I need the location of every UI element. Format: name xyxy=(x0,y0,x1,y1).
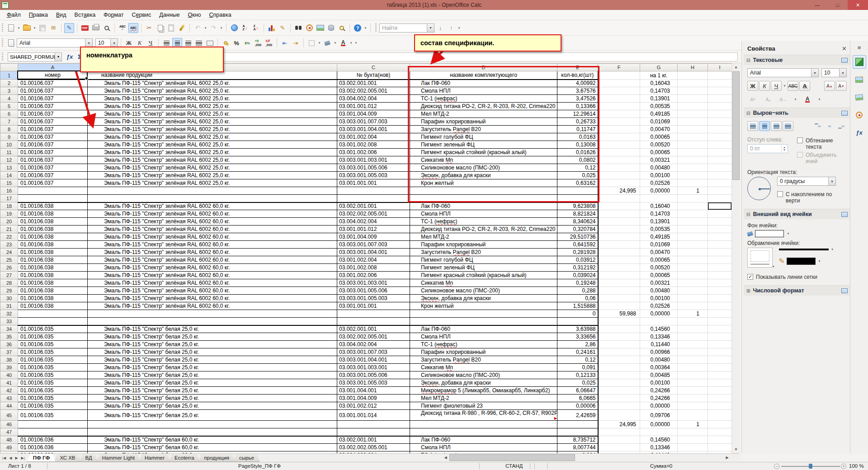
cell-I43[interactable] xyxy=(708,395,732,402)
cell-G44[interactable]: 0,00000 xyxy=(640,402,678,410)
cell-H34[interactable] xyxy=(678,325,708,333)
border-line-style-dropdown-icon[interactable]: ▾ xyxy=(830,248,835,251)
search-up-icon[interactable]: ↑ xyxy=(446,23,456,33)
row-header-7[interactable]: 7 xyxy=(0,118,18,126)
cell-A30[interactable]: 01.00106.038 xyxy=(18,295,88,302)
cell-D12[interactable]: Сиккатив Mn xyxy=(410,156,557,164)
cell-C23[interactable]: 03.003.001.007.003 xyxy=(337,241,410,249)
cell-C9[interactable]: 03.001.002.004 xyxy=(337,133,410,141)
cell-F37[interactable] xyxy=(598,348,640,356)
search-down-icon[interactable]: ↓ xyxy=(435,23,445,33)
cell-G8[interactable]: 0,00470 xyxy=(640,126,678,133)
subscript-icon[interactable]: Aₐ xyxy=(763,94,774,104)
sidebar-styles-tab[interactable]: ✦ xyxy=(853,73,866,86)
cell-C4[interactable]: 03.004.002.004 xyxy=(337,95,410,103)
cell-E9[interactable]: 0,0163 xyxy=(557,133,598,141)
cell-background-swatch[interactable] xyxy=(755,230,784,237)
cell-E13[interactable]: 0,12 xyxy=(557,164,598,172)
cell-D11[interactable]: Пигмент красный стойкий (красный алый) xyxy=(410,149,557,156)
zoom-level[interactable]: 100 % xyxy=(849,463,864,469)
cell-D38[interactable]: Загуститель Pangel B20 xyxy=(410,356,557,364)
cell-E11[interactable]: 0,01626 xyxy=(557,149,598,156)
cell-G38[interactable]: 0,00480 xyxy=(640,356,678,364)
cell-C41[interactable]: 03.003.001.005.003 xyxy=(337,379,410,387)
find-overflow-icon[interactable]: ▾ xyxy=(457,26,461,30)
font-name-combo[interactable]: Arial▾ xyxy=(17,38,93,47)
cell-E37[interactable]: 0,24161 xyxy=(557,348,598,356)
cell-E6[interactable]: 12,29614 xyxy=(557,110,598,118)
row-header-13[interactable]: 13 xyxy=(0,164,18,172)
scroll-down-icon[interactable]: ▼ xyxy=(732,446,740,453)
export-pdf-icon[interactable]: PDF xyxy=(80,23,90,33)
col-header-C[interactable]: C xyxy=(337,64,410,71)
cell-C47[interactable] xyxy=(337,428,410,436)
cell-H5[interactable] xyxy=(678,103,708,110)
cell-C11[interactable]: 03.001.002.006 xyxy=(337,149,410,156)
borders-icon[interactable] xyxy=(307,38,316,48)
cell-G18[interactable]: 0,16040 xyxy=(640,202,678,210)
row-header-36[interactable]: 36 xyxy=(0,341,18,348)
edit-file-icon[interactable]: ✎ xyxy=(64,23,74,33)
cell-F23[interactable] xyxy=(598,241,640,249)
cell-A11[interactable]: 01.00106.037 xyxy=(18,149,88,156)
cell-E28[interactable]: 0,19248 xyxy=(557,279,598,287)
align-bottom-icon[interactable]: ▁═ xyxy=(836,121,847,131)
cell-G3[interactable]: 0,14703 xyxy=(640,87,678,95)
cell-C33[interactable] xyxy=(337,318,410,325)
cell-H37[interactable] xyxy=(678,348,708,356)
cell-D34[interactable]: Лак ПФ-060 xyxy=(410,325,557,333)
cell-F35[interactable] xyxy=(598,333,640,341)
sidebar-underline-dropdown-icon[interactable]: ▾ xyxy=(783,84,787,88)
menu-Справка[interactable]: Справка xyxy=(205,10,236,19)
cell-C7[interactable]: 03.003.001.007.003 xyxy=(337,118,410,126)
cell-F6[interactable] xyxy=(598,110,640,118)
cell-C8[interactable]: 03.003.001.004.001 xyxy=(337,126,410,133)
cell-A46[interactable] xyxy=(18,421,88,428)
cell-H30[interactable] xyxy=(678,295,708,302)
cell-B27[interactable]: Эмаль ПФ-115 "Спектр" зелёная RAL 6002 6… xyxy=(88,272,337,279)
row-header-41[interactable]: 41 xyxy=(0,379,18,387)
col-header-I[interactable]: I xyxy=(708,64,732,71)
cell-D28[interactable]: Сиккатив Mn xyxy=(410,279,557,287)
cell-E33[interactable] xyxy=(557,318,598,325)
cell-F47[interactable] xyxy=(598,428,640,436)
cell-C48[interactable]: 03.002.001.001 xyxy=(337,436,410,444)
row-header-20[interactable]: 20 xyxy=(0,218,18,226)
cell-E41[interactable]: 0,025 xyxy=(557,379,598,387)
cell-H47[interactable] xyxy=(678,428,708,436)
cell-B32[interactable] xyxy=(88,310,337,318)
background-color-icon[interactable] xyxy=(322,38,332,48)
cell-G23[interactable]: 0,01069 xyxy=(640,241,678,249)
cell-D32[interactable] xyxy=(410,310,557,318)
sidebar-functions-tab[interactable]: ƒx xyxy=(853,126,866,139)
cell-F18[interactable] xyxy=(598,202,640,210)
cell-D43[interactable]: Мел МТД-2 xyxy=(410,395,557,402)
add-decimal-icon[interactable]: +0,000 xyxy=(253,38,263,48)
col-header-F[interactable]: F xyxy=(598,64,640,71)
sidebar-font-name-combo[interactable]: Arial▾ xyxy=(747,68,819,77)
row-header-29[interactable]: 29 xyxy=(0,287,18,295)
cell-E16[interactable] xyxy=(557,187,598,195)
cell-E47[interactable] xyxy=(557,428,598,436)
zoom-icon[interactable] xyxy=(337,23,347,33)
toolbar-grip[interactable] xyxy=(2,24,3,33)
menu-Правка[interactable]: Правка xyxy=(25,10,52,19)
cell-H19[interactable] xyxy=(678,210,708,218)
cell-G45[interactable]: 0,09706 xyxy=(640,410,678,421)
cell-G39[interactable]: 0,00364 xyxy=(640,364,678,371)
find-input[interactable]: Найти▾ xyxy=(379,24,434,33)
cell-A9[interactable]: 01.00106.037 xyxy=(18,133,88,141)
cell-I6[interactable] xyxy=(708,110,732,118)
cell-E32[interactable]: 0 xyxy=(557,310,598,318)
cell-I38[interactable] xyxy=(708,356,732,364)
superscript-icon[interactable]: Aª xyxy=(747,94,758,104)
cell-H36[interactable] xyxy=(678,341,708,348)
cell-G22[interactable]: 0,49185 xyxy=(640,233,678,241)
cell-E7[interactable]: 0,26733 xyxy=(557,118,598,126)
cell-E27[interactable]: 0,039024 xyxy=(557,272,598,279)
cell-E29[interactable]: 0,288 xyxy=(557,287,598,295)
row-header-38[interactable]: 38 xyxy=(0,356,18,364)
cell-I33[interactable] xyxy=(708,318,732,325)
cell-I8[interactable] xyxy=(708,126,732,133)
cell-I13[interactable] xyxy=(708,164,732,172)
